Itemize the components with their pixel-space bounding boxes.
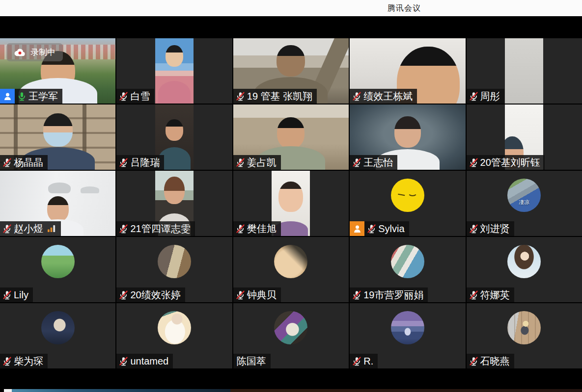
name-label-row: 20绩效张婷: [116, 287, 185, 302]
person-head: [166, 119, 183, 141]
name-label: 周彤: [467, 89, 504, 104]
participant-name: 陈国萃: [237, 354, 266, 368]
participant-tile-jiangzhankai[interactable]: 姜占凯: [233, 105, 349, 170]
participant-tile-untamed[interactable]: untamed: [116, 303, 232, 368]
window-titlebar[interactable]: 腾讯会议: [0, 0, 582, 16]
participant-tile-liuxinyu[interactable]: 20管基刘昕钰: [467, 105, 582, 170]
participant-tile-chaiweichen[interactable]: 柴为琛: [0, 303, 115, 368]
avatar-text: 凄凉: [507, 199, 541, 206]
name-label: 19 管基 张凯翔: [233, 89, 317, 104]
mic-muted-icon: [118, 356, 129, 366]
participant-tile-luolijuan[interactable]: 19市营罗丽娟: [350, 237, 465, 302]
avatar: [391, 311, 424, 344]
name-label-row: 周彤: [467, 89, 504, 104]
name-label-row: 王学军: [0, 89, 62, 104]
name-label-row: 19市营罗丽娟: [350, 287, 428, 302]
recording-badge: 录制中: [6, 43, 63, 61]
participant-name: Sylvia: [378, 221, 404, 236]
participant-tile-sylvia[interactable]: Sylvia: [350, 171, 465, 236]
name-label: 石晓燕: [467, 354, 514, 368]
participant-tile-lily[interactable]: Lily: [0, 237, 115, 302]
mic-muted-icon: [352, 91, 362, 102]
person-head: [277, 117, 305, 149]
background-window-edge: [0, 389, 582, 392]
person-icon: [352, 224, 362, 234]
participant-tile-zhongdianbei[interactable]: 钟典贝: [233, 237, 349, 302]
cloud-recording-icon: [14, 48, 26, 57]
video-grid: 录制中 王学军 白雪 19 管基 张凯翔 绩效王栋斌 周彤 杨晶晶 吕隆瑞 姜占…: [0, 38, 582, 368]
participant-tile-liujinxian[interactable]: 凄凉 刘进贤: [467, 171, 582, 236]
name-label: 绩效王栋斌: [350, 89, 417, 104]
participant-name: 符娜英: [480, 287, 510, 302]
name-label: 19市营罗丽娟: [350, 287, 428, 302]
participant-name: 19市营罗丽娟: [363, 287, 423, 302]
participant-name: 樊佳旭: [247, 221, 277, 236]
participant-tile-zhoutong[interactable]: 周彤: [467, 38, 582, 104]
participant-tile-shixiaoyan[interactable]: 石晓燕: [467, 303, 582, 368]
participant-tile-zhangkaixiang[interactable]: 19 管基 张凯翔: [233, 38, 349, 104]
participant-tile-fanjiaxu[interactable]: 樊佳旭: [233, 171, 349, 236]
participant-tile-tanzhiwen[interactable]: 21管四谭志雯: [116, 171, 232, 236]
mic-muted-icon: [2, 290, 12, 300]
mic-muted-icon: [235, 224, 246, 234]
participant-tile-zhaoxiaoyu[interactable]: 赵小煜: [0, 171, 115, 236]
name-label-row: 赵小煜: [0, 221, 61, 236]
person-head: [277, 45, 305, 77]
participant-tile-lvlongrui[interactable]: 吕隆瑞: [116, 105, 232, 170]
mic-muted-icon: [118, 290, 129, 300]
participant-name: 绩效王栋斌: [363, 89, 413, 104]
name-label: Lily: [0, 287, 33, 302]
name-label: 王学军: [15, 89, 62, 104]
avatar: 凄凉: [507, 179, 541, 212]
mic-on-icon: [17, 91, 27, 102]
mic-muted-icon: [2, 224, 12, 234]
name-label: 王志怡: [350, 155, 397, 170]
name-label-row: 王志怡: [350, 155, 397, 170]
person-head: [166, 45, 183, 67]
participant-name: 刘进贤: [480, 221, 510, 236]
name-label-row: 陈国萃: [233, 354, 271, 368]
participant-name: 石晓燕: [480, 354, 510, 368]
name-label-row: 柴为琛: [0, 354, 48, 368]
name-label-row: 杨晶晶: [0, 155, 48, 170]
participant-name: Lily: [14, 287, 28, 302]
name-label-row: 白雪: [116, 89, 154, 104]
name-label: 陈国萃: [233, 354, 271, 368]
participant-tile-wangzhiyi[interactable]: 王志怡: [350, 105, 465, 170]
avatar: [391, 245, 424, 278]
name-label-row: 姜占凯: [233, 155, 281, 170]
name-label: 樊佳旭: [233, 221, 281, 236]
person-head: [47, 196, 69, 222]
mic-muted-icon: [235, 157, 246, 168]
mic-muted-icon: [118, 224, 129, 234]
participant-tile-yangjingjing[interactable]: 杨晶晶: [0, 105, 115, 170]
recording-label: 录制中: [30, 47, 55, 58]
avatar: [391, 179, 424, 212]
video-feed: [505, 38, 543, 104]
name-label-row: 樊佳旭: [233, 221, 281, 236]
name-label: 杨晶晶: [0, 155, 48, 170]
name-label: 吕隆瑞: [116, 155, 164, 170]
name-label-row: 钟典贝: [233, 287, 281, 302]
participant-tile-chenguocui[interactable]: 陈国萃: [233, 303, 349, 368]
participant-name: 柴为琛: [14, 354, 43, 368]
name-label: 柴为琛: [0, 354, 48, 368]
participant-name: 周彤: [480, 89, 500, 104]
participant-tile-r[interactable]: R.: [350, 303, 465, 368]
avatar: [41, 311, 75, 344]
avatar: [274, 311, 307, 344]
participant-name: R.: [363, 354, 373, 368]
participant-name: 赵小煜: [14, 221, 43, 236]
name-label: 钟典贝: [233, 287, 281, 302]
participant-tile-wangxuejun[interactable]: 录制中 王学军: [0, 38, 115, 104]
name-label: 赵小煜: [0, 221, 61, 236]
name-label: 符娜英: [467, 287, 514, 302]
participant-tile-baixue[interactable]: 白雪: [116, 38, 232, 104]
participant-tile-zhangting[interactable]: 20绩效张婷: [116, 237, 232, 302]
blue-person-badge-icon: [0, 89, 15, 104]
participant-name: 白雪: [130, 89, 150, 104]
name-label-row: 21管四谭志雯: [116, 221, 194, 236]
participant-tile-funaying[interactable]: 符娜英: [467, 237, 582, 302]
participant-tile-wangdongbin[interactable]: 绩效王栋斌: [350, 38, 465, 104]
avatar: [41, 245, 75, 278]
